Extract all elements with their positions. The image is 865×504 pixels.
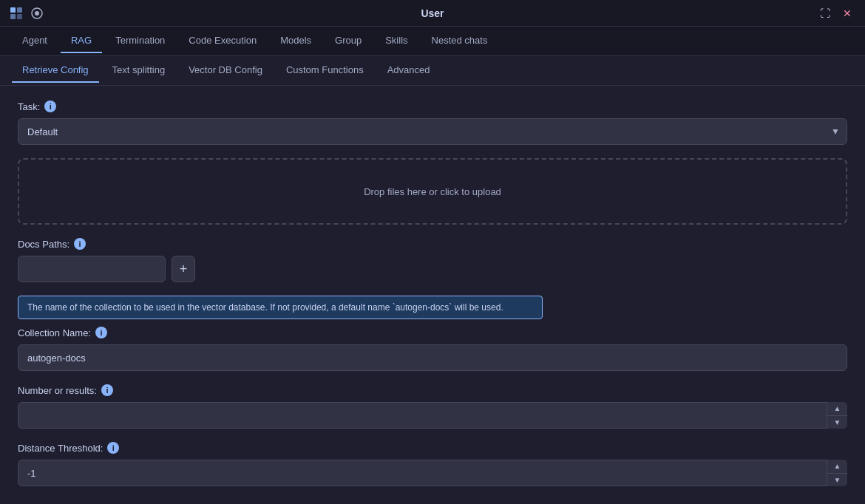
task-label: Task:	[18, 101, 40, 112]
main-content: Task: i Defaultqacodetext ▼ Drop files h…	[0, 86, 865, 504]
nav-tabs: AgentRAGTerminationCode ExecutionModelsG…	[0, 27, 865, 56]
docs-paths-label: Docs Paths:	[18, 239, 69, 250]
collection-name-row: Collection Name: i	[18, 327, 847, 371]
distance-threshold-label-row: Distance Threshold: i	[18, 442, 847, 454]
file-dropzone[interactable]: Drop files here or click to upload	[18, 158, 847, 225]
svg-rect-2	[10, 14, 16, 19]
docs-paths-label-row: Docs Paths: i	[18, 238, 847, 250]
dropzone-text: Drop files here or click to upload	[364, 186, 501, 197]
collection-name-tooltip: The name of the collection to be used in…	[18, 296, 543, 319]
distance-threshold-decrement[interactable]: ▼	[827, 474, 847, 487]
collection-name-info-icon[interactable]: i	[95, 327, 107, 338]
titlebar: User ⛶ ✕	[0, 0, 865, 27]
titlebar-controls: ⛶ ✕	[816, 4, 856, 22]
number-results-label: Number or results:	[18, 385, 97, 396]
number-results-info-icon[interactable]: i	[101, 384, 113, 396]
nav-tab-rag[interactable]: RAG	[61, 29, 102, 53]
collection-name-input[interactable]	[18, 344, 847, 371]
number-results-row: Number or results: i ▲ ▼	[18, 384, 847, 429]
nav-tab-group[interactable]: Group	[325, 29, 372, 53]
sub-tab-vector-db-config[interactable]: Vector DB Config	[178, 58, 273, 83]
distance-threshold-row: Distance Threshold: i ▲ ▼	[18, 442, 847, 486]
svg-rect-1	[17, 7, 22, 13]
sub-tabs: Retrieve ConfigText splittingVector DB C…	[0, 56, 865, 86]
add-path-button[interactable]: +	[172, 256, 195, 282]
sub-tab-advanced[interactable]: Advanced	[377, 58, 441, 83]
number-results-decrement[interactable]: ▼	[827, 416, 847, 429]
number-results-increment[interactable]: ▲	[827, 402, 847, 416]
nav-tab-agent[interactable]: Agent	[12, 29, 58, 53]
docs-paths-row-container: Docs Paths: i +	[18, 238, 847, 282]
tooltip-text: The name of the collection to be used in…	[27, 302, 503, 313]
nav-tab-code-execution[interactable]: Code Execution	[178, 29, 267, 53]
distance-threshold-increment[interactable]: ▲	[827, 460, 847, 474]
task-info-icon[interactable]: i	[44, 101, 56, 112]
nav-tab-models[interactable]: Models	[270, 29, 322, 53]
sub-tab-custom-functions[interactable]: Custom Functions	[276, 58, 374, 83]
number-results-input[interactable]	[18, 402, 847, 429]
svg-point-5	[35, 11, 39, 16]
docs-paths-input[interactable]	[18, 256, 166, 282]
nav-tab-skills[interactable]: Skills	[375, 29, 418, 53]
titlebar-left	[9, 6, 44, 21]
expand-button[interactable]: ⛶	[816, 4, 834, 22]
svg-rect-0	[10, 7, 16, 13]
docs-paths-info-icon[interactable]: i	[74, 238, 86, 250]
secondary-icon	[30, 6, 44, 21]
task-row: Task: i Defaultqacodetext ▼	[18, 101, 847, 145]
svg-rect-3	[17, 14, 22, 19]
close-button[interactable]: ✕	[838, 4, 856, 22]
distance-threshold-label: Distance Threshold:	[18, 443, 103, 454]
window-title: User	[421, 7, 444, 19]
number-results-spinners: ▲ ▼	[827, 402, 847, 429]
task-select-wrapper: Defaultqacodetext ▼	[18, 118, 847, 145]
collection-name-label-row: Collection Name: i	[18, 327, 847, 338]
distance-threshold-input[interactable]	[18, 460, 847, 486]
nav-tab-nested-chats[interactable]: Nested chats	[421, 29, 498, 53]
distance-threshold-info-icon[interactable]: i	[107, 442, 119, 454]
task-select[interactable]: Defaultqacodetext	[18, 118, 847, 145]
collection-name-label: Collection Name:	[18, 327, 91, 338]
distance-threshold-wrapper: ▲ ▼	[18, 460, 847, 486]
number-results-wrapper: ▲ ▼	[18, 402, 847, 429]
sub-tab-text-splitting[interactable]: Text splitting	[102, 58, 176, 83]
app-icon	[9, 6, 24, 21]
nav-tab-termination[interactable]: Termination	[105, 29, 175, 53]
sub-tab-retrieve-config[interactable]: Retrieve Config	[12, 58, 99, 83]
number-results-label-row: Number or results: i	[18, 384, 847, 396]
task-label-row: Task: i	[18, 101, 847, 112]
distance-threshold-spinners: ▲ ▼	[827, 460, 847, 486]
docs-paths-input-row: +	[18, 256, 847, 282]
